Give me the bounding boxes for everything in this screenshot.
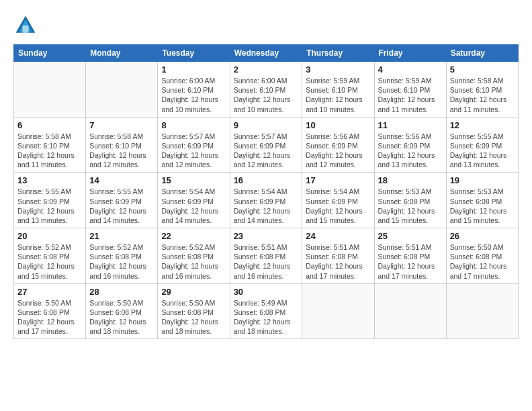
- day-info: Sunrise: 5:50 AM Sunset: 6:08 PM Dayligh…: [450, 242, 515, 281]
- week-row-3: 13Sunrise: 5:55 AM Sunset: 6:09 PM Dayli…: [14, 173, 519, 228]
- day-cell: 22Sunrise: 5:52 AM Sunset: 6:08 PM Dayli…: [158, 228, 230, 284]
- day-number: 7: [89, 120, 154, 130]
- day-number: 30: [234, 287, 299, 297]
- day-cell: 3Sunrise: 5:59 AM Sunset: 6:10 PM Daylig…: [302, 62, 374, 118]
- day-number: 13: [17, 175, 82, 185]
- day-info: Sunrise: 5:55 AM Sunset: 6:09 PM Dayligh…: [450, 132, 515, 170]
- day-info: Sunrise: 5:57 AM Sunset: 6:09 PM Dayligh…: [234, 132, 299, 170]
- day-number: 15: [161, 175, 226, 185]
- day-number: 28: [89, 287, 154, 297]
- day-cell: 1Sunrise: 6:00 AM Sunset: 6:10 PM Daylig…: [158, 62, 230, 118]
- day-info: Sunrise: 5:56 AM Sunset: 6:09 PM Dayligh…: [306, 132, 370, 170]
- day-cell: [374, 283, 446, 339]
- page-header: [13, 13, 519, 38]
- weekday-header-row: SundayMondayTuesdayWednesdayThursdayFrid…: [14, 45, 519, 62]
- day-cell: 15Sunrise: 5:54 AM Sunset: 6:09 PM Dayli…: [158, 173, 230, 228]
- day-cell: 5Sunrise: 5:58 AM Sunset: 6:10 PM Daylig…: [446, 62, 518, 118]
- day-info: Sunrise: 5:54 AM Sunset: 6:09 PM Dayligh…: [161, 187, 226, 225]
- day-info: Sunrise: 5:50 AM Sunset: 6:08 PM Dayligh…: [17, 298, 82, 336]
- day-number: 23: [234, 231, 299, 241]
- day-number: 8: [161, 120, 226, 130]
- day-cell: 2Sunrise: 6:00 AM Sunset: 6:10 PM Daylig…: [230, 62, 302, 118]
- day-info: Sunrise: 5:51 AM Sunset: 6:08 PM Dayligh…: [378, 242, 443, 281]
- day-info: Sunrise: 5:54 AM Sunset: 6:09 PM Dayligh…: [306, 187, 370, 225]
- day-cell: 28Sunrise: 5:50 AM Sunset: 6:08 PM Dayli…: [86, 283, 158, 339]
- weekday-header-thursday: Thursday: [302, 45, 374, 62]
- day-cell: 9Sunrise: 5:57 AM Sunset: 6:09 PM Daylig…: [230, 117, 302, 173]
- day-info: Sunrise: 5:52 AM Sunset: 6:08 PM Dayligh…: [161, 242, 226, 281]
- day-cell: 26Sunrise: 5:50 AM Sunset: 6:08 PM Dayli…: [446, 228, 518, 284]
- day-cell: 19Sunrise: 5:53 AM Sunset: 6:08 PM Dayli…: [446, 173, 518, 228]
- day-info: Sunrise: 5:55 AM Sunset: 6:09 PM Dayligh…: [89, 187, 154, 225]
- day-info: Sunrise: 5:52 AM Sunset: 6:08 PM Dayligh…: [89, 242, 154, 281]
- day-cell: 27Sunrise: 5:50 AM Sunset: 6:08 PM Dayli…: [14, 283, 86, 339]
- day-info: Sunrise: 5:59 AM Sunset: 6:10 PM Dayligh…: [378, 76, 443, 114]
- weekday-header-friday: Friday: [374, 45, 446, 62]
- day-number: 14: [89, 175, 154, 185]
- day-cell: 12Sunrise: 5:55 AM Sunset: 6:09 PM Dayli…: [446, 117, 518, 173]
- day-info: Sunrise: 5:56 AM Sunset: 6:09 PM Dayligh…: [378, 132, 443, 170]
- day-cell: [446, 283, 518, 339]
- day-number: 1: [161, 64, 226, 75]
- day-number: 21: [89, 231, 154, 241]
- day-cell: 23Sunrise: 5:51 AM Sunset: 6:08 PM Dayli…: [230, 228, 302, 284]
- day-cell: 6Sunrise: 5:58 AM Sunset: 6:10 PM Daylig…: [14, 117, 86, 173]
- day-info: Sunrise: 5:58 AM Sunset: 6:10 PM Dayligh…: [89, 132, 154, 170]
- day-cell: 7Sunrise: 5:58 AM Sunset: 6:10 PM Daylig…: [86, 117, 158, 173]
- day-number: 22: [161, 231, 226, 241]
- day-cell: 25Sunrise: 5:51 AM Sunset: 6:08 PM Dayli…: [374, 228, 446, 284]
- logo-icon: [13, 13, 38, 38]
- day-number: 10: [306, 120, 370, 130]
- day-cell: 10Sunrise: 5:56 AM Sunset: 6:09 PM Dayli…: [302, 117, 374, 173]
- day-cell: [86, 62, 158, 118]
- day-cell: 14Sunrise: 5:55 AM Sunset: 6:09 PM Dayli…: [86, 173, 158, 228]
- day-cell: 13Sunrise: 5:55 AM Sunset: 6:09 PM Dayli…: [14, 173, 86, 228]
- day-cell: 30Sunrise: 5:49 AM Sunset: 6:08 PM Dayli…: [230, 283, 302, 339]
- weekday-header-monday: Monday: [86, 45, 158, 62]
- day-cell: 29Sunrise: 5:50 AM Sunset: 6:08 PM Dayli…: [158, 283, 230, 339]
- day-number: 5: [450, 64, 515, 75]
- day-cell: 8Sunrise: 5:57 AM Sunset: 6:09 PM Daylig…: [158, 117, 230, 173]
- week-row-5: 27Sunrise: 5:50 AM Sunset: 6:08 PM Dayli…: [14, 283, 519, 339]
- day-number: 9: [234, 120, 299, 130]
- day-number: 25: [378, 231, 443, 241]
- day-info: Sunrise: 5:53 AM Sunset: 6:08 PM Dayligh…: [450, 187, 515, 225]
- day-info: Sunrise: 5:50 AM Sunset: 6:08 PM Dayligh…: [161, 298, 226, 336]
- day-number: 3: [306, 64, 370, 75]
- day-cell: 18Sunrise: 5:53 AM Sunset: 6:08 PM Dayli…: [374, 173, 446, 228]
- day-number: 11: [378, 120, 443, 130]
- day-cell: [302, 283, 374, 339]
- weekday-header-sunday: Sunday: [14, 45, 86, 62]
- day-cell: 21Sunrise: 5:52 AM Sunset: 6:08 PM Dayli…: [86, 228, 158, 284]
- day-cell: 17Sunrise: 5:54 AM Sunset: 6:09 PM Dayli…: [302, 173, 374, 228]
- day-info: Sunrise: 5:57 AM Sunset: 6:09 PM Dayligh…: [161, 132, 226, 170]
- day-info: Sunrise: 6:00 AM Sunset: 6:10 PM Dayligh…: [161, 76, 226, 114]
- day-number: 2: [234, 64, 299, 75]
- day-number: 29: [161, 287, 226, 297]
- day-info: Sunrise: 5:51 AM Sunset: 6:08 PM Dayligh…: [234, 242, 299, 281]
- day-cell: 24Sunrise: 5:51 AM Sunset: 6:08 PM Dayli…: [302, 228, 374, 284]
- day-info: Sunrise: 5:53 AM Sunset: 6:08 PM Dayligh…: [378, 187, 443, 225]
- day-number: 4: [378, 64, 443, 75]
- day-number: 26: [450, 231, 515, 241]
- weekday-header-saturday: Saturday: [446, 45, 518, 62]
- day-info: Sunrise: 5:51 AM Sunset: 6:08 PM Dayligh…: [306, 242, 370, 281]
- day-number: 6: [17, 120, 82, 130]
- day-info: Sunrise: 5:58 AM Sunset: 6:10 PM Dayligh…: [450, 76, 515, 114]
- day-number: 24: [306, 231, 370, 241]
- day-cell: [14, 62, 86, 118]
- day-number: 18: [378, 175, 443, 185]
- week-row-1: 1Sunrise: 6:00 AM Sunset: 6:10 PM Daylig…: [14, 62, 519, 118]
- day-cell: 16Sunrise: 5:54 AM Sunset: 6:09 PM Dayli…: [230, 173, 302, 228]
- day-info: Sunrise: 5:58 AM Sunset: 6:10 PM Dayligh…: [17, 132, 82, 170]
- day-number: 12: [450, 120, 515, 130]
- day-cell: 11Sunrise: 5:56 AM Sunset: 6:09 PM Dayli…: [374, 117, 446, 173]
- day-info: Sunrise: 5:54 AM Sunset: 6:09 PM Dayligh…: [234, 187, 299, 225]
- day-info: Sunrise: 5:50 AM Sunset: 6:08 PM Dayligh…: [89, 298, 154, 336]
- weekday-header-wednesday: Wednesday: [230, 45, 302, 62]
- day-number: 16: [234, 175, 299, 185]
- day-number: 20: [17, 231, 82, 241]
- day-cell: 4Sunrise: 5:59 AM Sunset: 6:10 PM Daylig…: [374, 62, 446, 118]
- day-cell: 20Sunrise: 5:52 AM Sunset: 6:08 PM Dayli…: [14, 228, 86, 284]
- calendar-table: SundayMondayTuesdayWednesdayThursdayFrid…: [13, 44, 519, 339]
